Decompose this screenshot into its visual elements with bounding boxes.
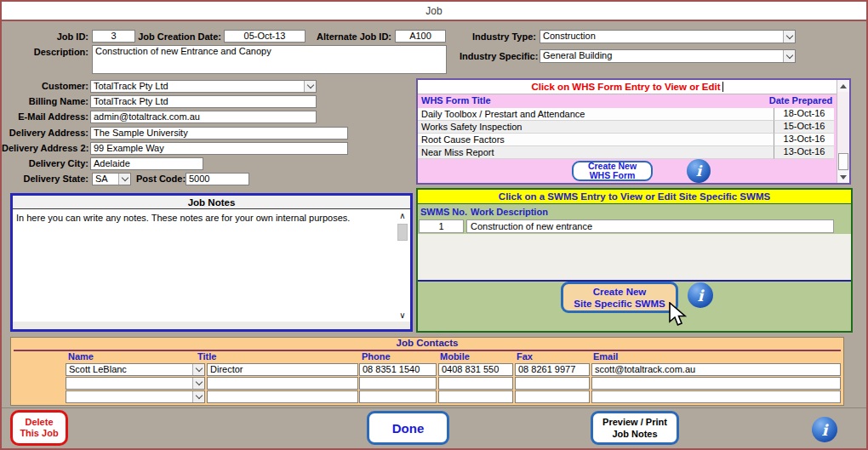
swms-empty-area bbox=[418, 234, 851, 280]
contact-email-field[interactable] bbox=[591, 377, 841, 390]
whs-date-prepared[interactable]: 18-Oct-16 bbox=[774, 108, 834, 121]
delete-this-job-button[interactable]: Delete This Job bbox=[10, 410, 68, 446]
industry-specific-label: Industry Specific: bbox=[460, 51, 536, 61]
contact-name-select[interactable]: Scott LeBlanc bbox=[66, 363, 205, 376]
delivery-address2-field[interactable]: 99 Example Way bbox=[90, 142, 348, 155]
industry-specific-select[interactable]: General Building bbox=[540, 49, 796, 63]
whs-instruction[interactable]: Click on WHS Form Entry to View or Edit bbox=[418, 80, 837, 94]
job-id-field[interactable]: 3 bbox=[92, 30, 135, 43]
chevron-down-icon[interactable] bbox=[118, 174, 130, 185]
scroll-down-icon[interactable]: ∨ bbox=[397, 311, 408, 320]
create-new-whs-form-button[interactable]: Create New WHS Form bbox=[572, 161, 653, 181]
contact-title-field[interactable] bbox=[207, 390, 358, 403]
contact-fax-field[interactable] bbox=[515, 377, 590, 390]
swms-panel: Click on a SWMS Entry to View or Edit Si… bbox=[416, 188, 853, 333]
scroll-down-icon[interactable] bbox=[837, 171, 849, 183]
billing-name-field[interactable]: TotalTrack Pty Ltd bbox=[90, 95, 317, 108]
whs-form-title[interactable]: Root Cause Factors bbox=[418, 134, 774, 146]
chevron-down-icon[interactable] bbox=[304, 81, 316, 92]
contact-name-select[interactable] bbox=[66, 377, 205, 390]
industry-type-label: Industry Type: bbox=[468, 31, 536, 42]
swms-desc-cell[interactable]: Construction of new entrance bbox=[466, 219, 834, 233]
whs-form-title[interactable]: Daily Toolbox / Prestart and Attendance bbox=[418, 108, 774, 121]
whs-form-title[interactable]: Works Safety Inspection bbox=[418, 121, 774, 134]
delivery-state-select[interactable]: SA bbox=[92, 173, 131, 185]
whs-forms-panel: Click on WHS Form Entry to View or Edit … bbox=[416, 78, 851, 185]
email-field[interactable]: admin@totaltrack.com.au bbox=[90, 111, 317, 123]
contacts-col-fax: Fax bbox=[517, 351, 533, 362]
contacts-title-underline bbox=[14, 350, 841, 351]
whs-form-title[interactable]: Near Miss Report bbox=[418, 146, 774, 159]
customer-select[interactable]: TotalTrack Pty Ltd bbox=[90, 80, 317, 93]
description-label: Description: bbox=[26, 47, 89, 57]
whs-row[interactable]: Works Safety Inspection 15-Oct-16 bbox=[418, 121, 837, 134]
window-titlebar: Job bbox=[2, 2, 866, 21]
delivery-address-field[interactable]: The Sample University bbox=[90, 127, 348, 140]
footer-info-icon[interactable]: i bbox=[812, 417, 837, 442]
create-new-site-specific-swms-button[interactable]: Create New Site Specific SWMS bbox=[561, 282, 678, 313]
contact-fax-field[interactable] bbox=[515, 390, 590, 403]
whs-date-prepared[interactable]: 13-Oct-16 bbox=[774, 134, 834, 146]
contact-email-field[interactable]: scott@totaltrack.com.au bbox=[591, 363, 841, 376]
contact-title-field[interactable]: Director bbox=[207, 363, 358, 376]
contact-phone-field[interactable]: 08 8351 1540 bbox=[359, 363, 437, 376]
job-notes-textarea[interactable]: In here you can write any notes. These n… bbox=[13, 210, 396, 322]
create-swms-line1: Create New bbox=[593, 286, 647, 298]
whs-col-date: Date Prepared bbox=[767, 95, 835, 105]
scroll-up-icon[interactable]: ∧ bbox=[397, 212, 408, 220]
whs-row[interactable]: Near Miss Report 13-Oct-16 bbox=[418, 146, 837, 159]
contact-fax-field[interactable]: 08 8261 9977 bbox=[515, 363, 590, 376]
contact-name-select[interactable] bbox=[66, 390, 205, 403]
delivery-city-field[interactable]: Adelaide bbox=[90, 157, 203, 170]
notes-scrollbar[interactable]: ∧ ∨ bbox=[397, 212, 408, 320]
description-field[interactable]: Construction of new Entrance and Canopy bbox=[92, 45, 447, 74]
whs-date-prepared[interactable]: 13-Oct-16 bbox=[774, 146, 834, 159]
swms-instruction: Click on a SWMS Entry to View or Edit Si… bbox=[418, 190, 851, 204]
alternate-job-id-field[interactable]: A100 bbox=[395, 30, 446, 43]
whs-column-headers: WHS Form Title Date Prepared bbox=[418, 95, 837, 108]
notes-bottom-strip bbox=[13, 322, 410, 329]
swms-instruction-text: Click on a SWMS Entry to View or Edit Si… bbox=[499, 191, 770, 202]
post-code-label: Post Code: bbox=[136, 174, 183, 184]
contact-mobile-field[interactable] bbox=[438, 390, 513, 403]
whs-date-prepared[interactable]: 15-Oct-16 bbox=[774, 121, 834, 134]
whs-row[interactable]: Daily Toolbox / Prestart and Attendance … bbox=[418, 108, 837, 121]
chevron-down-icon[interactable] bbox=[192, 364, 204, 375]
done-button[interactable]: Done bbox=[367, 411, 449, 445]
contact-title-field[interactable] bbox=[207, 377, 358, 390]
preview-print-job-notes-button[interactable]: Preview / Print Job Notes bbox=[591, 411, 679, 445]
whs-info-icon[interactable]: i bbox=[687, 159, 711, 183]
swms-info-icon[interactable]: i bbox=[688, 282, 713, 308]
scrollbar-thumb[interactable] bbox=[397, 224, 408, 241]
chevron-down-icon[interactable] bbox=[192, 391, 204, 402]
delivery-address-label: Delivery Address: bbox=[5, 128, 89, 138]
delivery-state-label: Delivery State: bbox=[12, 174, 89, 184]
chevron-down-icon[interactable] bbox=[192, 378, 204, 389]
contacts-col-mobile: Mobile bbox=[440, 351, 470, 362]
job-form-window: Job Job ID: 3 Job Creation Date: 05-Oct-… bbox=[0, 0, 868, 450]
job-contacts-title: Job Contacts bbox=[11, 338, 843, 348]
contact-phone-field[interactable] bbox=[359, 377, 437, 390]
contacts-col-title: Title bbox=[197, 351, 216, 362]
create-swms-line2: Site Specific SWMS bbox=[574, 298, 665, 310]
contact-email-field[interactable] bbox=[591, 390, 841, 403]
post-code-field[interactable]: 5000 bbox=[186, 173, 249, 185]
industry-type-value: Construction bbox=[543, 31, 596, 41]
creation-date-field[interactable]: 05-Oct-13 bbox=[224, 30, 306, 43]
contact-mobile-field[interactable]: 0408 831 550 bbox=[438, 363, 513, 376]
swms-no-cell[interactable]: 1 bbox=[419, 219, 464, 233]
text-caret bbox=[722, 82, 723, 92]
scrollbar-thumb[interactable] bbox=[838, 153, 848, 170]
contact-mobile-field[interactable] bbox=[438, 377, 513, 390]
creation-date-label: Job Creation Date: bbox=[136, 31, 221, 42]
chevron-down-icon[interactable] bbox=[783, 31, 795, 43]
contact-phone-field[interactable] bbox=[359, 390, 437, 403]
swms-col-no: SWMS No. bbox=[420, 207, 467, 217]
whs-scrollbar[interactable] bbox=[837, 80, 849, 183]
scroll-up-icon[interactable] bbox=[837, 80, 849, 92]
create-whs-line2: WHS Form bbox=[590, 171, 636, 180]
whs-row[interactable]: Root Cause Factors 13-Oct-16 bbox=[418, 134, 837, 146]
billing-name-label: Billing Name: bbox=[15, 96, 89, 106]
industry-type-select[interactable]: Construction bbox=[540, 30, 796, 43]
chevron-down-icon[interactable] bbox=[783, 50, 795, 62]
